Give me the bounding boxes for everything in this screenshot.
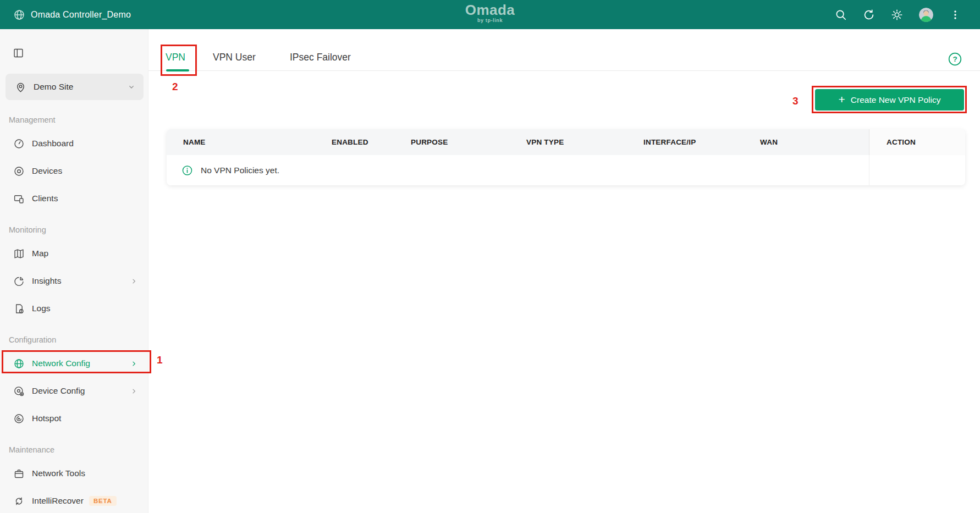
action-column-background — [869, 129, 965, 155]
chevron-right-icon — [130, 360, 138, 368]
sidebar-item-label: Map — [32, 249, 48, 258]
sidebar-item-label: Logs — [32, 304, 51, 313]
sidebar-item-label: Devices — [32, 166, 62, 176]
sidebar-item-map[interactable]: Map — [0, 240, 148, 267]
sidebar-item-label: Clients — [32, 194, 58, 203]
beta-badge: BETA — [89, 496, 117, 506]
sidebar-item-intellirecover[interactable]: IntelliRecover BETA — [0, 487, 148, 513]
sidebar-item-dashboard[interactable]: Dashboard — [0, 130, 148, 157]
omada-logo-text: Omada — [465, 3, 515, 17]
omada-controller-app: Omada Controller_Demo Omada by tp-link — [0, 0, 980, 513]
user-avatar[interactable] — [919, 8, 933, 22]
svg-text:?: ? — [953, 55, 957, 63]
globe-icon — [13, 358, 25, 369]
sidebar-item-logs[interactable]: Logs — [0, 295, 148, 322]
sidebar-item-label: Insights — [32, 276, 61, 286]
table-header-row: NAME ENABLED PURPOSE VPN TYPE INTERFACE/… — [167, 129, 965, 155]
omada-logo-byline: by tp-link — [465, 18, 515, 23]
sidebar: Demo Site Management Dashboard — [0, 29, 148, 513]
insights-icon — [13, 275, 25, 287]
column-header-interface-ip: INTERFACE/IP — [643, 129, 696, 155]
action-column-divider — [869, 155, 869, 185]
brightness-icon[interactable] — [891, 9, 903, 21]
sidebar-item-label: Hotspot — [32, 413, 61, 423]
omada-logo: Omada by tp-link — [465, 3, 515, 23]
column-header-action: ACTION — [887, 129, 916, 155]
sidebar-item-hotspot[interactable]: Hotspot — [0, 405, 148, 432]
devices-icon — [13, 166, 25, 177]
create-button-label: Create New VPN Policy — [851, 95, 941, 105]
map-icon — [13, 248, 25, 260]
section-label-configuration: Configuration — [9, 335, 148, 344]
tab-vpn-user[interactable]: VPN User — [213, 29, 256, 71]
topbar: Omada Controller_Demo Omada by tp-link — [0, 0, 980, 29]
chevron-right-icon — [130, 387, 138, 395]
vpn-policy-table: NAME ENABLED PURPOSE VPN TYPE INTERFACE/… — [167, 129, 965, 185]
section-label-maintenance: Maintenance — [9, 445, 148, 454]
tab-ipsec-failover[interactable]: IPsec Failover — [290, 29, 351, 71]
column-header-wan: WAN — [760, 129, 778, 155]
sync-icon — [13, 495, 25, 507]
device-config-icon — [13, 385, 25, 397]
sidebar-item-clients[interactable]: Clients — [0, 185, 148, 212]
tab-vpn[interactable]: VPN — [166, 29, 185, 71]
hotspot-icon — [13, 413, 25, 424]
topbar-left: Omada Controller_Demo — [13, 0, 131, 29]
clients-icon — [13, 193, 25, 205]
sidebar-item-insights[interactable]: Insights — [0, 267, 148, 295]
site-name: Demo Site — [34, 82, 127, 92]
create-new-vpn-policy-button[interactable]: + Create New VPN Policy — [815, 89, 964, 111]
sidebar-item-label: Device Config — [32, 386, 85, 396]
section-label-monitoring: Monitoring — [9, 225, 148, 234]
site-selector[interactable]: Demo Site — [5, 74, 144, 100]
sidebar-item-devices[interactable]: Devices — [0, 157, 148, 185]
location-pin-icon — [15, 81, 26, 93]
panel-collapse-icon[interactable] — [13, 47, 24, 59]
column-header-vpn-type: VPN TYPE — [526, 129, 564, 155]
tab-bar: VPN VPN User IPsec Failover ? — [148, 29, 980, 71]
sidebar-item-label: Network Tools — [32, 468, 85, 478]
more-vertical-icon[interactable] — [949, 9, 961, 21]
column-header-name: NAME — [183, 129, 206, 155]
logs-icon — [13, 303, 25, 315]
refresh-icon[interactable] — [863, 9, 875, 21]
dashboard-icon — [13, 138, 25, 150]
topbar-actions — [835, 0, 961, 29]
sidebar-item-label: Dashboard — [32, 139, 74, 148]
chevron-down-icon — [127, 82, 136, 91]
sidebar-item-device-config[interactable]: Device Config — [0, 377, 148, 405]
main-content: VPN VPN User IPsec Failover ? + Create N… — [148, 29, 980, 513]
column-header-enabled: ENABLED — [332, 129, 368, 155]
search-icon[interactable] — [835, 9, 847, 21]
help-icon[interactable]: ? — [948, 52, 962, 66]
table-empty-row: No VPN Policies yet. — [167, 155, 965, 185]
column-header-purpose: PURPOSE — [411, 129, 448, 155]
section-label-management: Management — [9, 115, 148, 124]
empty-table-message: No VPN Policies yet. — [201, 166, 279, 175]
info-icon — [181, 164, 193, 176]
sidebar-item-label: Network Config — [32, 358, 90, 368]
chevron-right-icon — [130, 277, 138, 285]
globe-icon — [13, 9, 25, 21]
sidebar-item-label: IntelliRecover — [32, 496, 84, 506]
sidebar-item-network-config[interactable]: Network Config — [0, 350, 148, 377]
controller-title: Omada Controller_Demo — [31, 10, 131, 20]
sidebar-item-network-tools[interactable]: Network Tools — [0, 460, 148, 487]
toolbox-icon — [13, 468, 25, 479]
